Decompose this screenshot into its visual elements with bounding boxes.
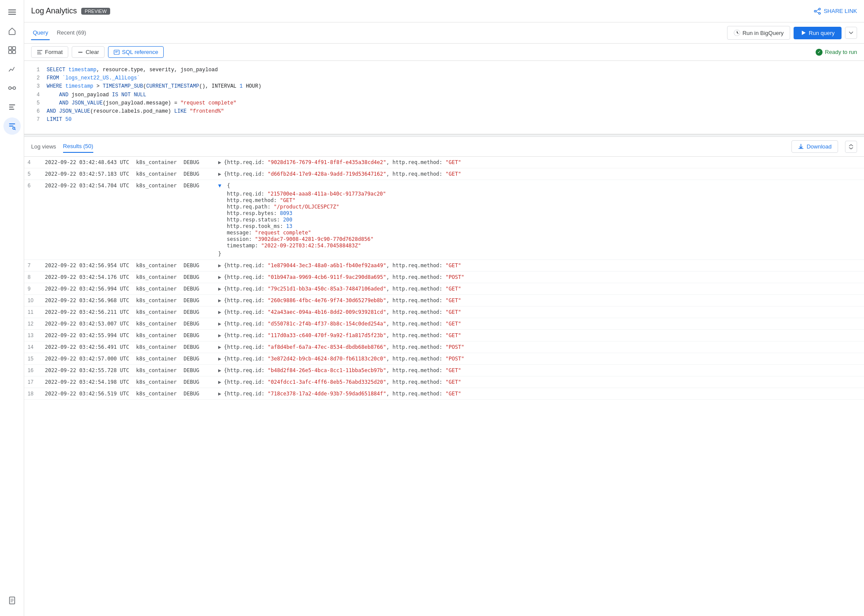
table-row: 16 2022-09-22 03:42:55.728 UTC k8s_conta… — [24, 365, 864, 376]
clear-icon — [77, 49, 83, 55]
expand-arrow[interactable]: ▶ — [218, 171, 221, 177]
results-table-wrapper[interactable]: 4 2022-09-22 03:42:48.643 UTC k8s_contai… — [24, 157, 864, 616]
query-line-3: 3 WHERE timestamp > TIMESTAMP_SUB(CURREN… — [31, 82, 857, 91]
table-row: 12 2022-09-22 03:42:53.007 UTC k8s_conta… — [24, 318, 864, 330]
svg-point-16 — [819, 8, 820, 10]
expand-arrow[interactable]: ▶ — [218, 356, 221, 362]
table-row: 4 2022-09-22 03:42:48.643 UTC k8s_contai… — [24, 157, 864, 168]
svg-marker-20 — [802, 31, 806, 35]
ready-status: ✓ Ready to run — [816, 49, 857, 56]
clear-button[interactable]: Clear — [72, 46, 105, 58]
svg-rect-0 — [8, 9, 16, 10]
results-table: 4 2022-09-22 03:42:48.643 UTC k8s_contai… — [24, 157, 864, 400]
expand-arrow[interactable]: ▶ — [218, 309, 221, 315]
table-row: 7 2022-09-22 03:42:56.954 UTC k8s_contai… — [24, 260, 864, 272]
svg-rect-6 — [13, 51, 16, 54]
query-editor[interactable]: 1 SELECT timestamp, resource.type, sever… — [24, 61, 864, 134]
table-row: 13 2022-09-22 03:42:55.994 UTC k8s_conta… — [24, 330, 864, 341]
expand-arrow-open[interactable]: ▼ — [218, 183, 221, 189]
expand-arrow[interactable]: ▶ — [218, 344, 221, 350]
svg-rect-1 — [8, 12, 16, 13]
chevron-up-down-icon — [848, 144, 854, 149]
format-icon — [37, 49, 43, 55]
sql-reference-icon — [114, 49, 120, 55]
tab-query[interactable]: Query — [31, 26, 50, 40]
results-header: Log views Results (50) Download — [24, 137, 864, 157]
search-logs-icon[interactable] — [3, 117, 21, 135]
query-line-2: 2 FROM `logs_next22_US._AllLogs` — [31, 74, 857, 82]
run-query-button[interactable]: Run query — [794, 27, 842, 39]
run-in-bigquery-button[interactable]: Run in BigQuery — [727, 26, 790, 40]
tab-recent[interactable]: Recent (69) — [55, 26, 88, 40]
expand-arrow[interactable]: ▶ — [218, 367, 221, 373]
table-row: 10 2022-09-22 03:42:56.968 UTC k8s_conta… — [24, 295, 864, 306]
transform-icon[interactable] — [3, 79, 21, 97]
results-area: Log views Results (50) Download 4 2022-0… — [24, 137, 864, 616]
share-link-label: SHARE LINK — [824, 8, 857, 14]
run-options-button[interactable] — [845, 27, 857, 39]
query-line-5: 5 AND JSON_VALUE(json_payload.message) =… — [31, 99, 857, 107]
ready-label: Ready to run — [825, 49, 857, 55]
table-row: 18 2022-09-22 03:42:56.519 UTC k8s_conta… — [24, 388, 864, 400]
svg-point-18 — [819, 13, 820, 14]
svg-rect-5 — [9, 51, 12, 54]
table-row: 5 2022-09-22 03:42:57.183 UTC k8s_contai… — [24, 168, 864, 180]
sql-reference-label: SQL reference — [122, 49, 158, 55]
sidebar — [0, 0, 24, 616]
clear-label: Clear — [86, 49, 99, 55]
expand-arrow[interactable]: ▶ — [218, 274, 221, 280]
expand-arrow[interactable]: ▶ — [218, 332, 221, 338]
download-label: Download — [807, 143, 832, 150]
main-content: Log Analytics PREVIEW SHARE LINK Query R… — [24, 0, 864, 616]
run-bigquery-label: Run in BigQuery — [743, 30, 784, 36]
bigquery-icon — [734, 29, 740, 36]
svg-rect-3 — [9, 47, 12, 50]
dashboard-icon[interactable] — [3, 41, 21, 59]
table-row: 8 2022-09-22 03:42:54.176 UTC k8s_contai… — [24, 272, 864, 283]
menu-icon[interactable] — [3, 3, 21, 21]
run-query-label: Run query — [809, 30, 835, 36]
expand-arrow[interactable]: ▶ — [218, 286, 221, 292]
results-options-button[interactable] — [845, 141, 857, 153]
header: Log Analytics PREVIEW SHARE LINK — [24, 0, 864, 22]
svg-rect-22 — [37, 52, 41, 53]
query-line-4: 4 AND json_payload IS NOT NULL — [31, 91, 857, 99]
download-icon — [798, 144, 804, 150]
expand-arrow[interactable]: ▶ — [218, 297, 221, 303]
logs-icon[interactable] — [3, 98, 21, 116]
sql-reference-button[interactable]: SQL reference — [108, 46, 164, 58]
share-link-button[interactable]: SHARE LINK — [813, 7, 857, 15]
expanded-json: http.req.id: "215700e4-aaa8-411a-b40c-91… — [218, 189, 861, 251]
tab-log-views[interactable]: Log views — [31, 141, 56, 152]
svg-point-8 — [13, 87, 16, 89]
svg-rect-13 — [9, 126, 13, 126]
share-icon — [813, 7, 821, 15]
tab-results[interactable]: Results (50) — [63, 140, 93, 153]
chart-icon[interactable] — [3, 60, 21, 78]
expand-arrow[interactable]: ▶ — [218, 379, 221, 385]
report-icon[interactable] — [3, 592, 21, 609]
table-row: 9 2022-09-22 03:42:56.994 UTC k8s_contai… — [24, 283, 864, 295]
svg-rect-21 — [37, 50, 42, 51]
chevron-down-icon — [848, 30, 854, 35]
query-line-1: 1 SELECT timestamp, resource.type, sever… — [31, 66, 857, 74]
download-button[interactable]: Download — [791, 140, 838, 153]
preview-badge: PREVIEW — [81, 8, 110, 15]
expand-arrow[interactable]: ▶ — [218, 391, 221, 397]
home-icon[interactable] — [3, 22, 21, 40]
svg-rect-11 — [9, 109, 14, 110]
svg-point-17 — [814, 10, 816, 12]
play-icon — [800, 30, 807, 36]
query-toolbar: Format Clear SQL reference ✓ Ready to ru… — [24, 44, 864, 61]
query-line-6: 6 AND JSON_VALUE(resource.labels.pod_nam… — [31, 107, 857, 116]
ready-dot: ✓ — [816, 49, 823, 56]
table-row: 15 2022-09-22 03:42:57.000 UTC k8s_conta… — [24, 353, 864, 365]
format-button[interactable]: Format — [31, 46, 68, 58]
expand-arrow[interactable]: ▶ — [218, 262, 221, 269]
format-label: Format — [45, 49, 63, 55]
expand-arrow[interactable]: ▶ — [218, 159, 221, 165]
svg-rect-12 — [9, 123, 15, 124]
expand-arrow[interactable]: ▶ — [218, 321, 221, 327]
svg-rect-4 — [13, 47, 16, 50]
svg-rect-10 — [9, 107, 13, 107]
